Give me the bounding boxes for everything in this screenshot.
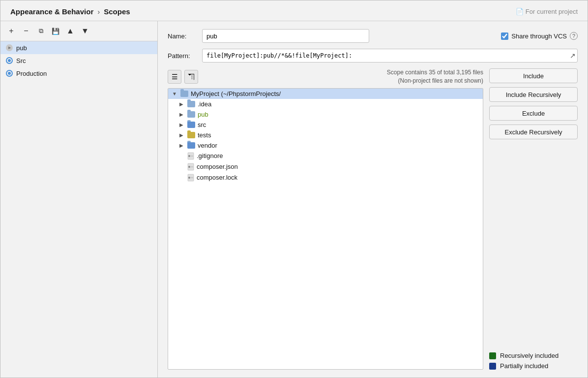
filter-icon: ⛠ [188, 73, 195, 81]
file-tree[interactable]: ▼ MyProject (~/PhpstormProjects/ ▶ .idea [168, 88, 483, 370]
label-gitignore: .gitignore [197, 152, 223, 159]
label-root: MyProject (~/PhpstormProjects/ [191, 90, 281, 97]
label-composer-lock: composer.lock [197, 174, 237, 181]
header: Appearance & Behavior › Scopes 📄 For cur… [0, 0, 588, 21]
folder-icon-pub [187, 111, 195, 118]
include-button[interactable]: Include [489, 68, 578, 83]
arrow-vendor: ▶ [178, 142, 185, 149]
help-icon[interactable]: ? [570, 32, 578, 40]
pub-scope-icon: ▶ [5, 44, 13, 52]
sidebar-item-pub[interactable]: ▶ pub [0, 41, 157, 54]
project-label: For current project [526, 8, 578, 15]
svg-point-1 [188, 155, 190, 157]
tree-info-line2: (Non-project files are not shown) [387, 77, 483, 85]
exclude-recursively-button[interactable]: Exclude Recursively [489, 125, 578, 139]
label-idea: .idea [198, 100, 211, 108]
move-down-button[interactable]: ▼ [79, 25, 91, 37]
right-panel: Name: Share through VCS ? Pattern: ↗ [158, 21, 588, 378]
tree-node-root[interactable]: ▼ MyProject (~/PhpstormProjects/ [168, 89, 483, 99]
name-row: Name: Share through VCS ? [168, 29, 578, 43]
flatten-icon: ☰ [172, 73, 178, 81]
legend-item-recursively-included: Recursively included [489, 352, 578, 359]
config-icon-gitignore [187, 152, 194, 160]
arrow-tests: ▶ [178, 131, 185, 138]
main-content: + − ⧉ 💾 ▲ ▼ ▶ pub [0, 21, 588, 378]
scope-toolbar: + − ⧉ 💾 ▲ ▼ [0, 21, 157, 41]
subsection-title: Scopes [104, 7, 130, 16]
vcs-label: Share through VCS [511, 32, 567, 40]
breadcrumb: Appearance & Behavior › Scopes [10, 7, 512, 16]
arrow-pub: ▶ [178, 111, 185, 118]
copy-scope-button[interactable]: ⧉ [35, 25, 47, 37]
legend: Recursively included Partially included [489, 344, 578, 370]
sidebar: + − ⧉ 💾 ▲ ▼ ▶ pub [0, 21, 158, 378]
legend-label-recursively-included: Recursively included [500, 352, 559, 359]
action-buttons-panel: Include Include Recursively Exclude Excl… [489, 68, 578, 370]
tree-node-idea[interactable]: ▶ .idea [168, 99, 483, 109]
legend-item-partially-included: Partially included [489, 362, 578, 370]
folder-icon-src [187, 122, 195, 128]
folder-icon-tests [187, 132, 195, 138]
label-tests: tests [198, 131, 211, 139]
pattern-row: Pattern: ↗ [168, 49, 578, 63]
section-title: Appearance & Behavior [10, 7, 93, 16]
arrow-root: ▼ [171, 90, 178, 97]
src-scope-icon [5, 57, 13, 64]
tree-node-tests[interactable]: ▶ tests [168, 130, 483, 140]
config-icon-composer-lock [187, 174, 194, 182]
tree-toolbar: ☰ ⛠ Scope contains 35 of total 3,195 fil… [168, 68, 483, 85]
filter-button[interactable]: ⛠ [184, 70, 198, 84]
breadcrumb-separator: › [97, 7, 100, 16]
label-vendor: vendor [198, 142, 217, 149]
vcs-checkbox[interactable] [501, 32, 508, 40]
exclude-button[interactable]: Exclude [489, 106, 578, 121]
pattern-input-wrapper: ↗ [202, 49, 578, 63]
add-scope-button[interactable]: + [5, 25, 17, 37]
tree-info-line1: Scope contains 35 of total 3,195 files [387, 68, 483, 77]
folder-icon-idea [187, 101, 195, 107]
legend-swatch-green [489, 352, 496, 359]
sidebar-item-production[interactable]: Production [0, 67, 157, 80]
include-recursively-button[interactable]: Include Recursively [489, 87, 578, 102]
pattern-label: Pattern: [168, 52, 197, 60]
project-icon: 📄 [516, 8, 524, 15]
project-label-area: 📄 For current project [516, 8, 578, 15]
label-src: src [198, 121, 206, 128]
save-scope-button[interactable]: 💾 [50, 25, 61, 37]
tree-node-composer-lock[interactable]: ▶ composer.lock [168, 172, 483, 183]
tree-node-src[interactable]: ▶ src [168, 120, 483, 130]
vcs-section: Share through VCS ? [501, 32, 578, 40]
dialog: Appearance & Behavior › Scopes 📄 For cur… [0, 0, 588, 378]
pattern-input[interactable] [202, 49, 578, 63]
folder-icon-vendor [187, 142, 195, 149]
production-scope-icon [5, 69, 13, 77]
tree-panel: ☰ ⛠ Scope contains 35 of total 3,195 fil… [168, 68, 483, 370]
label-pub: pub [198, 111, 208, 118]
remove-scope-button[interactable]: − [20, 25, 32, 37]
folder-icon-root [180, 91, 188, 97]
tree-section: ☰ ⛠ Scope contains 35 of total 3,195 fil… [168, 68, 578, 370]
move-up-button[interactable]: ▲ [64, 25, 76, 37]
name-label: Name: [168, 32, 197, 40]
pattern-expand-button[interactable]: ↗ [570, 52, 576, 60]
arrow-src: ▶ [178, 121, 185, 128]
tree-node-pub[interactable]: ▶ pub [168, 109, 483, 120]
svg-point-4 [188, 166, 190, 168]
name-input[interactable] [202, 29, 369, 43]
sidebar-item-label-src: Src [16, 57, 26, 64]
tree-node-gitignore[interactable]: ▶ .gitignore [168, 151, 483, 161]
legend-label-partially-included: Partially included [500, 362, 548, 370]
config-icon-composer-json [187, 163, 194, 171]
tree-info: Scope contains 35 of total 3,195 files (… [387, 68, 483, 85]
scope-list: ▶ pub Src [0, 41, 157, 378]
flatten-button[interactable]: ☰ [168, 70, 181, 84]
sidebar-item-label-production: Production [16, 70, 47, 77]
legend-swatch-blue [489, 363, 496, 370]
arrow-idea: ▶ [178, 100, 185, 107]
sidebar-item-src[interactable]: Src [0, 54, 157, 67]
sidebar-item-label-pub: pub [16, 44, 27, 52]
tree-node-composer-json[interactable]: ▶ composer.json [168, 161, 483, 172]
svg-point-7 [188, 177, 190, 179]
tree-node-vendor[interactable]: ▶ vendor [168, 140, 483, 151]
label-composer-json: composer.json [197, 163, 238, 170]
